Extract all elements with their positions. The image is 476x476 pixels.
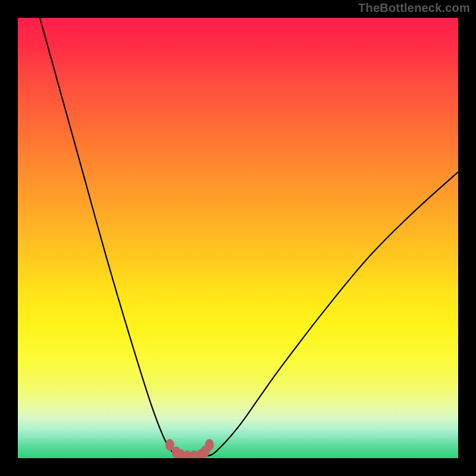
plot-area xyxy=(18,18,458,458)
dip-marker xyxy=(205,439,214,451)
dip-markers xyxy=(165,439,214,458)
attribution-text: TheBottleneck.com xyxy=(358,1,470,15)
chart-frame: TheBottleneck.com xyxy=(0,0,476,476)
left-curve xyxy=(40,18,178,456)
curve-layer xyxy=(18,18,458,458)
right-curve xyxy=(207,172,458,456)
